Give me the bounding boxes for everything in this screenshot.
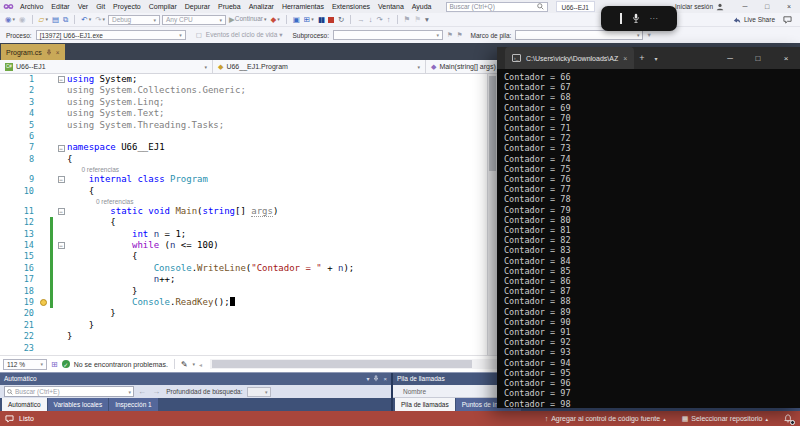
show-next-statement-icon[interactable]: → bbox=[356, 16, 366, 24]
tab-dropdown-icon[interactable]: ▾ bbox=[650, 55, 663, 62]
line-number[interactable]: 10 bbox=[0, 186, 40, 197]
save-icon[interactable]: ▤ bbox=[51, 16, 60, 24]
solution-name-badge[interactable]: U66--EJ1 bbox=[556, 1, 595, 12]
line-number[interactable]: 3 bbox=[0, 97, 40, 108]
search-nav-arrows[interactable]: ← → bbox=[138, 387, 162, 396]
step-into-icon[interactable]: ↓ bbox=[368, 16, 374, 24]
debug-config-select[interactable]: Debug▾ bbox=[108, 15, 160, 25]
restart-icon[interactable]: ↻ bbox=[337, 16, 345, 24]
line-number[interactable]: 4 bbox=[0, 108, 40, 119]
menu-herramientas[interactable]: Herramientas bbox=[278, 3, 328, 10]
menu-git[interactable]: Git bbox=[92, 3, 109, 10]
tab-locals[interactable]: Variables locales bbox=[48, 398, 109, 411]
tab-program-cs[interactable]: Program.cs × bbox=[1, 44, 65, 60]
line-number[interactable]: 13 bbox=[0, 229, 40, 240]
split-view-icon[interactable]: ⊞ bbox=[51, 360, 58, 369]
pin-icon[interactable] bbox=[373, 375, 379, 382]
select-repository-button[interactable]: ▦ Seleccionar repositorio ▴ bbox=[682, 415, 768, 423]
nav-forward-icon[interactable]: ◉ bbox=[18, 16, 27, 24]
toolbar-overflow-icon[interactable]: ▾ bbox=[424, 16, 430, 24]
line-number[interactable]: 14 bbox=[0, 240, 40, 251]
terminal-titlebar[interactable]: ›_ C:\Users\vicky\Downloads\AZ × + ▾ ─ □… bbox=[497, 47, 800, 69]
continue-button[interactable]: ▶ Continuar▾ bbox=[228, 16, 267, 24]
lightbulb-icon[interactable] bbox=[40, 297, 50, 308]
line-number[interactable]: 19 bbox=[0, 297, 40, 308]
tab-callstack[interactable]: Pila de llamadas bbox=[395, 398, 455, 411]
zoom-select[interactable]: 112 %▾ bbox=[3, 359, 47, 370]
window-position-icon[interactable]: ▾ bbox=[366, 375, 369, 382]
collapse-box-icon[interactable]: − bbox=[55, 206, 67, 217]
terminal-close-button[interactable]: × bbox=[772, 47, 800, 69]
redo-icon[interactable]: ↷▾ bbox=[94, 16, 106, 24]
pin-icon[interactable] bbox=[46, 49, 52, 56]
menu-editar[interactable]: Editar bbox=[47, 3, 73, 10]
bookmark-icon[interactable]: ⚑ bbox=[403, 16, 412, 24]
autos-panel-titlebar[interactable]: Automático ▾ × bbox=[0, 373, 391, 385]
subprocess-select[interactable]: ▾ bbox=[333, 30, 443, 40]
line-number[interactable]: 1 bbox=[0, 74, 40, 85]
line-number[interactable]: 22 bbox=[0, 331, 40, 342]
menu-proyecto[interactable]: Proyecto bbox=[109, 3, 145, 10]
apply-changes-icon[interactable]: ▣ bbox=[292, 16, 301, 24]
line-number[interactable]: 20 bbox=[0, 308, 40, 319]
terminal-minimize-button[interactable]: ─ bbox=[716, 47, 744, 69]
terminal-tab[interactable]: ›_ C:\Users\vicky\Downloads\AZ × bbox=[505, 47, 634, 69]
menu-extensiones[interactable]: Extensiones bbox=[328, 3, 374, 10]
lifecycle-events-button[interactable]: Eventos del ciclo de vida ▾ bbox=[206, 31, 283, 39]
stack-frame-select[interactable]: ▾ bbox=[515, 30, 643, 40]
line-number[interactable]: 16 bbox=[0, 263, 40, 274]
bookmark-next-icon[interactable]: ⚑ bbox=[413, 16, 422, 24]
tab-watch1[interactable]: Inspección 1 bbox=[109, 398, 158, 411]
voice-typing-popup[interactable]: ⋯ bbox=[601, 6, 677, 31]
collapse-box-icon[interactable]: − bbox=[55, 142, 67, 153]
menu-analizar[interactable]: Analizar bbox=[245, 3, 278, 10]
menu-compilar[interactable]: Compilar bbox=[145, 3, 181, 10]
windows-icon[interactable]: ⊞▾ bbox=[303, 16, 315, 24]
line-number[interactable]: 21 bbox=[0, 320, 40, 331]
line-number[interactable]: 5 bbox=[0, 120, 40, 131]
close-button[interactable]: × bbox=[778, 0, 800, 13]
add-to-source-control-button[interactable]: ↑ Agregar al control de código fuente ▴ bbox=[545, 415, 666, 422]
hscrollbar-thumb[interactable] bbox=[212, 360, 472, 368]
line-number[interactable]: 6 bbox=[0, 131, 40, 142]
search-options-caret-icon[interactable]: ▾ bbox=[128, 389, 131, 395]
nav-backward-icon[interactable]: ◉▾ bbox=[4, 16, 16, 24]
platform-select[interactable]: Any CPU▾ bbox=[162, 15, 226, 25]
line-number[interactable]: 2 bbox=[0, 85, 40, 96]
menu-ayuda[interactable]: Ayuda bbox=[408, 3, 436, 10]
feedback-chat-icon[interactable] bbox=[5, 415, 14, 423]
microphone-icon[interactable] bbox=[632, 13, 640, 24]
step-out-icon[interactable]: ↑ bbox=[386, 16, 392, 24]
pause-icon[interactable]: ▮▮ bbox=[317, 16, 325, 24]
health-check-icon[interactable]: ✓ bbox=[62, 360, 70, 368]
line-number[interactable]: 11 bbox=[0, 206, 40, 217]
line-number[interactable]: 23 bbox=[0, 343, 40, 354]
search-depth-select[interactable]: ▾ bbox=[247, 387, 271, 397]
toolbar3-overflow-icon[interactable]: ▾ bbox=[647, 31, 650, 39]
menu-ventana[interactable]: Ventana bbox=[374, 3, 408, 10]
save-all-icon[interactable]: ⧉ bbox=[62, 16, 69, 24]
terminal-output[interactable]: Contador = 66Contador = 67Contador = 68C… bbox=[497, 69, 800, 408]
editor-vertical-scrollbar[interactable] bbox=[487, 74, 497, 355]
menu-prueba[interactable]: Prueba bbox=[214, 3, 245, 10]
code-cleanup-icon[interactable]: ✎ bbox=[181, 360, 188, 369]
collapse-box-icon[interactable]: − bbox=[55, 74, 67, 85]
autos-search-input[interactable]: Buscar (Ctrl+E) ▾ bbox=[4, 386, 134, 397]
collapse-box-icon[interactable]: − bbox=[55, 174, 67, 185]
live-share-button[interactable]: Live Share bbox=[733, 16, 775, 24]
new-tab-button[interactable]: + bbox=[634, 53, 649, 63]
line-number[interactable]: 9 bbox=[0, 174, 40, 185]
hot-reload-icon[interactable]: ◆▾ bbox=[269, 16, 280, 24]
line-number[interactable]: 15 bbox=[0, 251, 40, 262]
more-options-icon[interactable]: ⋯ bbox=[650, 14, 659, 23]
hscroll-left-arrow-icon[interactable]: ◂ bbox=[199, 361, 202, 368]
minimize-button[interactable]: ─ bbox=[734, 0, 756, 13]
undo-icon[interactable]: ↶▾ bbox=[80, 16, 92, 24]
line-number[interactable]: 17 bbox=[0, 274, 40, 285]
menu-archivo[interactable]: Archivo bbox=[16, 3, 47, 10]
project-dropdown[interactable]: C# U66--EJ1 ▾ bbox=[0, 60, 213, 73]
code-cleanup-caret-icon[interactable]: ▾ bbox=[193, 361, 196, 367]
line-number[interactable]: 18 bbox=[0, 286, 40, 297]
notifications-button[interactable] bbox=[784, 414, 792, 423]
feedback-icon[interactable] bbox=[783, 15, 792, 24]
